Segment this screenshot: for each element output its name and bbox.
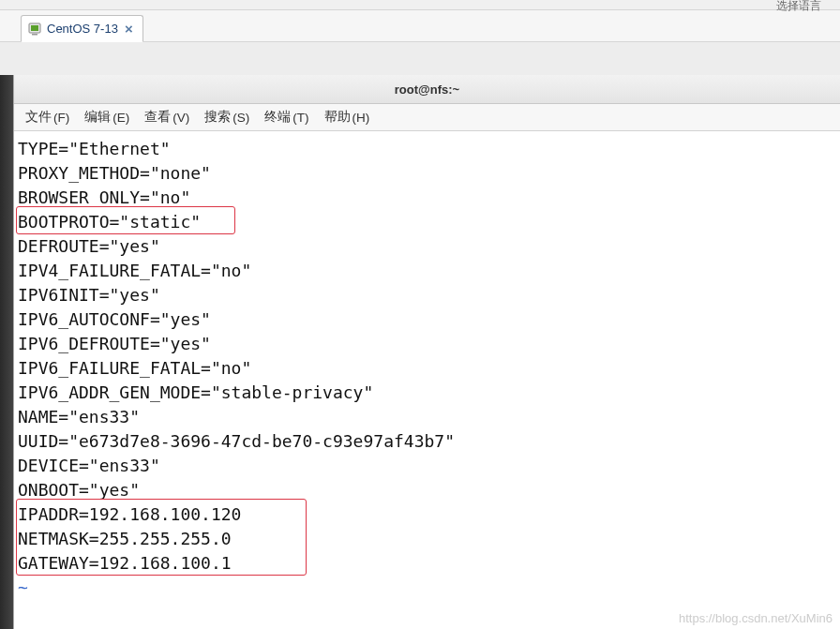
menu-accelerator: (V) — [172, 111, 189, 125]
config-line: ONBOOT="yes" — [18, 478, 836, 502]
watermark-text: https://blog.csdn.net/XuMin6 — [679, 611, 832, 625]
menu-bar: 文件(F)编辑(E)查看(V)搜索(S)终端(T)帮助(H) — [14, 104, 840, 131]
tab-bar: CentOS 7-13 × — [0, 10, 840, 42]
menu-accelerator: (H) — [352, 111, 370, 125]
config-line: NETMASK=255.255.255.0 — [18, 527, 836, 551]
config-line: DEFROUTE="yes" — [18, 234, 836, 259]
window-title: root@nfs:~ — [395, 82, 459, 97]
menu-accelerator: (E) — [112, 111, 129, 125]
vm-tab[interactable]: CentOS 7-13 × — [21, 15, 143, 42]
config-line: IPADDR=192.168.100.120 — [18, 502, 836, 527]
config-line: IPV6INIT="yes" — [18, 283, 836, 307]
menu-accelerator: (S) — [232, 111, 249, 125]
window-titlebar[interactable]: root@nfs:~ — [14, 75, 840, 104]
config-line: PROXY_METHOD="none" — [18, 161, 836, 186]
menu-accelerator: (F) — [53, 111, 69, 125]
config-line: IPV6_DEFROUTE="yes" — [18, 332, 836, 356]
tab-close-button[interactable]: × — [123, 21, 135, 37]
terminal-window: root@nfs:~ 文件(F)编辑(E)查看(V)搜索(S)终端(T)帮助(H… — [13, 75, 840, 629]
config-line: GATEWAY=192.168.100.1 — [18, 551, 836, 576]
menu-label: 查看 — [144, 109, 171, 126]
menu-label: 搜索 — [204, 109, 231, 126]
config-line: TYPE="Ethernet" — [18, 137, 836, 161]
config-line: BROWSER_ONLY="no" — [18, 186, 836, 210]
menu-search[interactable]: 搜索(S) — [199, 106, 255, 128]
menu-label: 文件 — [25, 109, 52, 126]
menu-accelerator: (T) — [292, 111, 308, 125]
config-line: IPV6_ADDR_GEN_MODE="stable-privacy" — [18, 381, 836, 405]
menu-edit[interactable]: 编辑(E) — [79, 106, 135, 128]
terminal-content[interactable]: TYPE="Ethernet"PROXY_METHOD="none"BROWSE… — [14, 131, 840, 606]
menu-label: 终端 — [264, 109, 291, 126]
menu-view[interactable]: 查看(V) — [139, 106, 195, 128]
vm-left-edge — [0, 75, 13, 629]
config-line: IPV4_FAILURE_FATAL="no" — [18, 259, 836, 283]
menu-help[interactable]: 帮助(H) — [319, 106, 376, 128]
top-hint-label: 选择语言 — [776, 0, 821, 14]
menu-file[interactable]: 文件(F) — [20, 106, 75, 128]
menu-label: 编辑 — [84, 109, 111, 126]
config-line: DEVICE="ens33" — [18, 454, 836, 478]
menu-terminal[interactable]: 终端(T) — [259, 106, 314, 128]
vm-icon — [27, 22, 42, 37]
config-line: BOOTPROTO="static" — [18, 210, 836, 234]
menu-label: 帮助 — [324, 109, 351, 126]
config-line: UUID="e673d7e8-3696-47cd-be70-c93e97af43… — [18, 429, 836, 454]
config-line: IPV6_AUTOCONF="yes" — [18, 307, 836, 332]
tab-title: CentOS 7-13 — [47, 22, 118, 36]
vim-empty-line: ~ — [18, 576, 836, 600]
config-line: NAME="ens33" — [18, 405, 836, 429]
svg-rect-2 — [32, 34, 38, 36]
config-line: IPV6_FAILURE_FATAL="no" — [18, 356, 836, 381]
svg-rect-1 — [31, 25, 38, 31]
